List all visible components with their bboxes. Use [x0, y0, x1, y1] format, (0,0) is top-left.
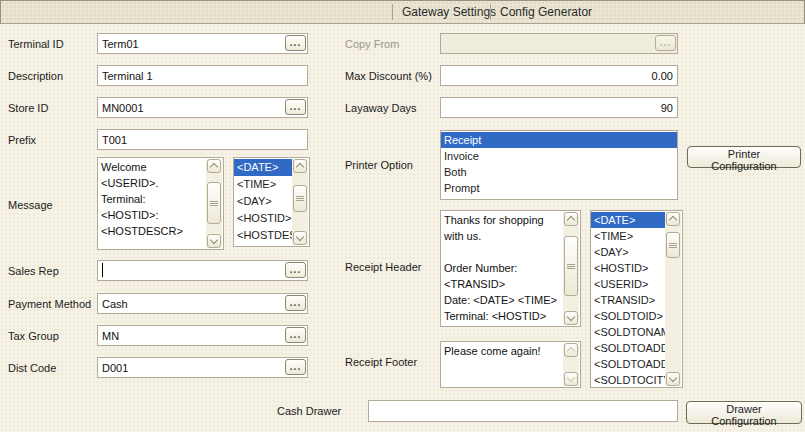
- layaway-days-label: Layaway Days: [345, 101, 417, 115]
- list-item[interactable]: <DAY>: [234, 193, 293, 210]
- scrollbar-thumb[interactable]: [207, 182, 221, 224]
- sales-rep-field: ...: [97, 260, 308, 281]
- tab-gateway-settings[interactable]: Gateway Settings: [393, 1, 505, 23]
- list-item[interactable]: Both: [441, 164, 677, 180]
- toolbar: Gateway Settings Config Generator: [0, 0, 805, 24]
- tab-config-generator[interactable]: Config Generator: [491, 1, 601, 23]
- tax-group-field: ...: [97, 325, 308, 346]
- tax-group-input[interactable]: [97, 325, 308, 346]
- printer-configuration-button[interactable]: Printer Configuration: [687, 146, 801, 168]
- payment-method-field: ...: [97, 293, 308, 314]
- list-item[interactable]: <USERID>: [591, 276, 666, 292]
- scrollbar-thumb[interactable]: [564, 236, 578, 296]
- scroll-up-button[interactable]: [666, 212, 680, 226]
- message-scrollbar: [206, 159, 222, 248]
- sales-rep-input[interactable]: [97, 260, 308, 281]
- store-id-browse-button[interactable]: ...: [285, 99, 306, 115]
- receipt-header-field: Thanks for shopping with us. Order Numbe…: [440, 210, 581, 327]
- scroll-down-button[interactable]: [666, 372, 680, 386]
- dist-code-browse-button[interactable]: ...: [285, 359, 306, 375]
- ellipsis-icon: ...: [290, 361, 301, 372]
- cash-drawer-label: Cash Drawer: [277, 404, 341, 418]
- chevron-up-icon: [669, 216, 677, 224]
- list-item[interactable]: <SOLDTOADDR2>: [591, 356, 666, 372]
- scroll-down-button[interactable]: [564, 311, 578, 325]
- description-field: [97, 65, 308, 86]
- list-item[interactable]: Invoice: [441, 148, 677, 164]
- chevron-up-icon: [296, 163, 304, 171]
- message-textarea[interactable]: Welcome <USERID>. Terminal: <HOSTID>: <H…: [98, 158, 206, 249]
- receipt-header-textarea[interactable]: Thanks for shopping with us. Order Numbe…: [441, 211, 563, 326]
- grip-icon: [669, 243, 677, 248]
- scroll-up-button[interactable]: [207, 159, 221, 173]
- receipt-footer-label: Receipt Footer: [345, 355, 417, 369]
- list-item[interactable]: <USERID>: [234, 244, 293, 246]
- list-item[interactable]: Prompt: [441, 180, 677, 196]
- list-item[interactable]: <HOSTDESCR>: [234, 227, 293, 244]
- list-item[interactable]: <SOLDTOCITY>: [591, 372, 666, 387]
- list-item[interactable]: Receipt: [441, 132, 677, 148]
- dist-code-label: Dist Code: [8, 361, 56, 375]
- scrollbar-track[interactable]: [292, 173, 308, 231]
- receipt-footer-scrollbar: [563, 343, 579, 386]
- scroll-down-button[interactable]: [293, 231, 307, 245]
- text-caret: [102, 263, 103, 277]
- payment-method-label: Payment Method: [8, 297, 91, 311]
- receipt-header-label: Receipt Header: [345, 260, 421, 274]
- list-item[interactable]: <DATE>: [234, 159, 293, 176]
- scroll-down-button[interactable]: [564, 372, 578, 386]
- terminal-id-label: Terminal ID: [8, 37, 64, 51]
- description-input[interactable]: [97, 65, 308, 86]
- dist-code-input[interactable]: [97, 357, 308, 378]
- grip-icon: [567, 264, 575, 269]
- cash-drawer-field: [368, 400, 678, 422]
- copy-from-field: ...: [440, 33, 678, 54]
- payment-method-browse-button[interactable]: ...: [285, 295, 306, 311]
- list-item[interactable]: <SOLDTOID>: [591, 308, 666, 324]
- scrollbar-track[interactable]: [665, 226, 681, 372]
- store-id-input[interactable]: [97, 97, 308, 118]
- terminal-id-browse-button[interactable]: ...: [285, 35, 306, 51]
- scroll-up-button[interactable]: [293, 159, 307, 173]
- scroll-down-button[interactable]: [207, 234, 221, 248]
- scrollbar-track[interactable]: [563, 357, 579, 372]
- ellipsis-icon: ...: [290, 101, 301, 112]
- scroll-up-button[interactable]: [564, 343, 578, 357]
- drawer-configuration-button[interactable]: Drawer Configuration: [686, 401, 802, 424]
- terminal-id-input[interactable]: [97, 33, 308, 54]
- list-item[interactable]: <DATE>: [591, 212, 666, 228]
- list-item[interactable]: <TIME>: [234, 176, 293, 193]
- ellipsis-icon: ...: [290, 264, 301, 275]
- max-discount-input[interactable]: [440, 65, 678, 86]
- list-item[interactable]: <TIME>: [591, 228, 666, 244]
- scroll-up-button[interactable]: [564, 212, 578, 226]
- scrollbar-track[interactable]: [206, 173, 222, 234]
- list-item[interactable]: <SOLDTOADDR1>: [591, 340, 666, 356]
- prefix-input[interactable]: [97, 129, 308, 150]
- scrollbar-thumb[interactable]: [666, 232, 680, 258]
- scrollbar-thumb[interactable]: [293, 185, 307, 212]
- tax-group-browse-button[interactable]: ...: [285, 327, 306, 343]
- sales-rep-label: Sales Rep: [8, 264, 59, 278]
- receipt-list-scrollbar: [665, 212, 681, 386]
- message-placeholder-list: <DATE> <TIME> <DAY> <HOSTID> <HOSTDESCR>…: [233, 157, 310, 247]
- scrollbar-track[interactable]: [563, 226, 579, 311]
- tax-group-label: Tax Group: [8, 329, 59, 343]
- list-item[interactable]: <TRANSID>: [591, 292, 666, 308]
- cash-drawer-input[interactable]: [368, 400, 678, 422]
- prefix-label: Prefix: [8, 133, 36, 147]
- list-item[interactable]: <HOSTID>: [591, 260, 666, 276]
- list-item[interactable]: <DAY>: [591, 244, 666, 260]
- layaway-days-input[interactable]: [440, 97, 678, 118]
- chevron-down-icon: [567, 313, 575, 321]
- receipt-footer-textarea[interactable]: Please come again!: [441, 342, 563, 387]
- chevron-up-icon: [567, 347, 575, 355]
- chevron-down-icon: [210, 236, 218, 244]
- list-item[interactable]: <SOLDTONAME>: [591, 324, 666, 340]
- sales-rep-browse-button[interactable]: ...: [285, 262, 306, 278]
- list-item[interactable]: <HOSTID>: [234, 210, 293, 227]
- payment-method-input[interactable]: [97, 293, 308, 314]
- ellipsis-icon: ...: [290, 297, 301, 308]
- chevron-down-icon: [669, 374, 677, 382]
- store-id-label: Store ID: [8, 101, 48, 115]
